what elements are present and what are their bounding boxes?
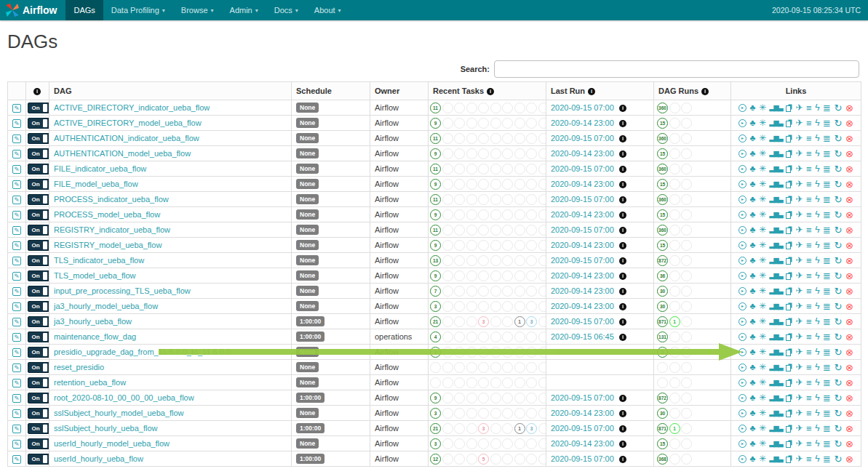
- task-count-circle-empty[interactable]: [490, 240, 501, 251]
- task-duration-icon[interactable]: ▂▆▃: [770, 257, 783, 264]
- task-count-circle-empty[interactable]: [490, 148, 501, 159]
- dag-pause-toggle[interactable]: On: [28, 270, 49, 281]
- edit-dag-icon[interactable]: ✎: [12, 363, 21, 372]
- task-count-circle-success[interactable]: 360: [657, 164, 668, 174]
- task-tries-icon[interactable]: [786, 286, 792, 295]
- refresh-icon[interactable]: ↻: [835, 332, 843, 342]
- graph-view-icon[interactable]: ✳: [759, 409, 766, 417]
- gantt-view-icon[interactable]: ≡: [806, 149, 812, 158]
- code-view-icon[interactable]: ϟ: [815, 286, 819, 295]
- task-count-circle-empty[interactable]: [669, 270, 680, 281]
- code-view-icon[interactable]: ϟ: [815, 271, 819, 280]
- edit-dag-icon[interactable]: ✎: [12, 455, 21, 464]
- task-count-circle-empty[interactable]: [490, 286, 501, 297]
- task-count-circle-success[interactable]: 360: [657, 103, 668, 113]
- dag-name-link[interactable]: reset_presidio: [54, 363, 104, 371]
- delete-dag-icon[interactable]: ⊗: [845, 103, 853, 113]
- refresh-icon[interactable]: ↻: [835, 271, 843, 281]
- refresh-icon[interactable]: ↻: [835, 348, 843, 357]
- task-count-circle-empty[interactable]: [526, 133, 537, 144]
- gantt-view-icon[interactable]: ≡: [806, 393, 812, 403]
- dag-name-link[interactable]: PROCESS_indicator_ueba_flow: [54, 195, 169, 204]
- delete-dag-icon[interactable]: ⊗: [845, 439, 853, 449]
- tree-view-icon[interactable]: ♣: [750, 271, 756, 280]
- dag-pause-toggle[interactable]: On: [28, 148, 49, 159]
- task-count-circle-empty[interactable]: [442, 194, 453, 205]
- tree-view-icon[interactable]: ♣: [750, 225, 756, 234]
- task-count-circle-empty[interactable]: [514, 194, 525, 205]
- task-count-circle-empty[interactable]: [478, 332, 489, 342]
- task-count-circle-empty[interactable]: [538, 408, 546, 419]
- graph-view-icon[interactable]: ✳: [759, 103, 766, 112]
- delete-dag-icon[interactable]: ⊗: [845, 225, 853, 235]
- task-count-circle-empty[interactable]: [514, 332, 525, 342]
- task-count-circle-empty[interactable]: [538, 316, 546, 327]
- dag-name-link[interactable]: AUTHENTICATION_model_ueba_flow: [54, 149, 191, 158]
- task-count-circle-empty[interactable]: [669, 286, 680, 297]
- task-count-circle-empty[interactable]: [442, 408, 453, 419]
- task-count-circle-empty[interactable]: [502, 270, 513, 281]
- code-view-icon[interactable]: ϟ: [815, 241, 819, 249]
- task-count-circle-empty[interactable]: [681, 103, 692, 113]
- edit-dag-icon[interactable]: ✎: [12, 226, 21, 235]
- code-view-icon[interactable]: ϟ: [815, 180, 819, 188]
- dag-pause-toggle[interactable]: On: [28, 194, 49, 205]
- task-count-circle-empty[interactable]: [538, 301, 546, 312]
- task-count-circle-empty[interactable]: [514, 164, 525, 174]
- landing-times-icon[interactable]: ✈: [795, 241, 803, 249]
- task-count-circle-empty[interactable]: [502, 438, 513, 449]
- task-count-circle-empty[interactable]: [502, 377, 513, 388]
- dag-name-link[interactable]: REGISTRY_model_ueba_flow: [54, 241, 162, 249]
- task-count-circle-empty[interactable]: [466, 270, 477, 281]
- task-count-circle-empty[interactable]: [502, 255, 513, 266]
- code-view-icon[interactable]: ϟ: [815, 454, 819, 463]
- task-count-circle-success[interactable]: 871: [657, 316, 668, 327]
- task-count-circle-empty[interactable]: [526, 118, 537, 129]
- code-view-icon[interactable]: ϟ: [815, 225, 819, 234]
- delete-dag-icon[interactable]: ⊗: [845, 363, 853, 372]
- dag-name-link[interactable]: TLS_model_ueba_flow: [54, 271, 136, 280]
- gantt-view-icon[interactable]: ≡: [806, 134, 812, 143]
- last-run-link[interactable]: 2020-09-14 23:00: [551, 271, 614, 280]
- task-count-circle-empty[interactable]: [526, 454, 537, 465]
- task-count-circle-empty[interactable]: [681, 240, 692, 251]
- refresh-icon[interactable]: ↻: [835, 454, 843, 464]
- task-count-circle-empty[interactable]: [490, 194, 501, 205]
- task-tries-icon[interactable]: [786, 302, 792, 310]
- tree-view-icon[interactable]: ♣: [750, 454, 756, 463]
- trigger-dag-icon[interactable]: ▸: [738, 440, 746, 448]
- task-count-circle-empty[interactable]: [681, 423, 692, 434]
- gantt-view-icon[interactable]: ≡: [806, 225, 812, 235]
- task-count-circle-empty[interactable]: [669, 454, 680, 465]
- refresh-icon[interactable]: ↻: [835, 149, 843, 158]
- task-count-circle-success[interactable]: 21: [430, 423, 441, 434]
- last-run-link[interactable]: 2020-09-15 07:00: [551, 164, 614, 173]
- landing-times-icon[interactable]: ✈: [795, 332, 803, 341]
- refresh-icon[interactable]: ↻: [835, 103, 843, 113]
- task-count-circle-empty[interactable]: [466, 377, 477, 388]
- task-count-circle-empty[interactable]: [669, 225, 680, 236]
- tree-view-icon[interactable]: ♣: [750, 103, 756, 112]
- delete-dag-icon[interactable]: ⊗: [845, 149, 853, 158]
- refresh-icon[interactable]: ↻: [835, 302, 843, 311]
- task-count-circle-empty[interactable]: [478, 362, 489, 373]
- task-count-circle-empty[interactable]: [514, 179, 525, 190]
- task-count-circle-empty[interactable]: [442, 362, 453, 373]
- dag-details-icon[interactable]: ≣: [823, 363, 831, 372]
- task-count-circle-empty[interactable]: [538, 270, 546, 281]
- task-count-circle-empty[interactable]: [669, 194, 680, 205]
- gantt-view-icon[interactable]: ≡: [806, 348, 812, 357]
- task-tries-icon[interactable]: [786, 210, 792, 219]
- task-tries-icon[interactable]: [786, 348, 792, 356]
- task-count-circle-empty[interactable]: [478, 133, 489, 144]
- task-count-circle-empty[interactable]: [454, 255, 465, 266]
- dag-name-link[interactable]: userId_hourly_ueba_flow: [54, 454, 143, 463]
- code-view-icon[interactable]: ϟ: [815, 302, 819, 310]
- task-count-circle-empty[interactable]: [454, 423, 465, 434]
- task-tries-icon[interactable]: [786, 103, 792, 112]
- landing-times-icon[interactable]: ✈: [795, 225, 803, 234]
- delete-dag-icon[interactable]: ⊗: [845, 393, 853, 403]
- task-count-circle-empty[interactable]: [466, 286, 477, 297]
- delete-dag-icon[interactable]: ⊗: [845, 378, 853, 387]
- graph-view-icon[interactable]: ✳: [759, 195, 766, 204]
